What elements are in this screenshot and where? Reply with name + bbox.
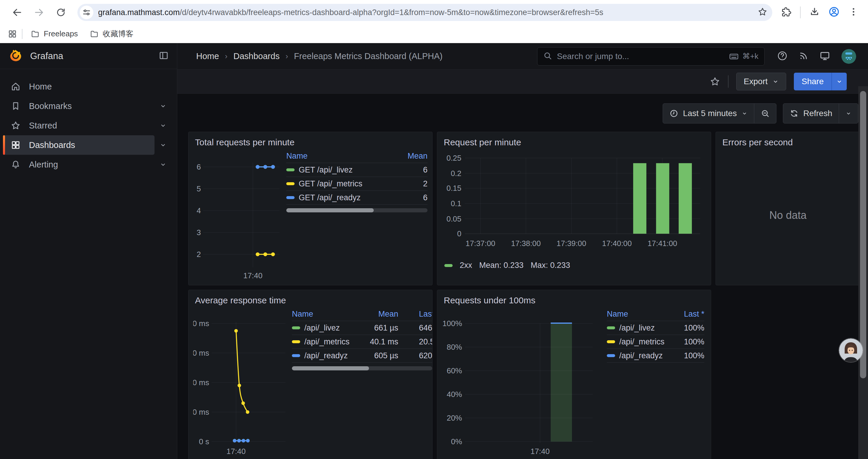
legend-value: 6: [389, 193, 428, 202]
panel-title[interactable]: Request per minute: [442, 136, 706, 149]
legend-row[interactable]: /api/_readyz100%: [607, 349, 704, 363]
legend-row[interactable]: 2xx Mean: 0.233 Max: 0.233: [442, 259, 706, 270]
series-point: [242, 439, 245, 442]
legend-column-header[interactable]: Last *: [672, 309, 704, 319]
sidebar-link-dashboards[interactable]: Dashboards: [3, 135, 155, 155]
legend-column-header[interactable]: Mean: [389, 152, 428, 161]
series-color-pill: [607, 326, 615, 329]
sidebar-link-alerting[interactable]: Alerting: [3, 155, 155, 174]
url-text[interactable]: grafana.mathmast.com/d/deytv4rwavabkb/fr…: [98, 8, 754, 17]
line-chart-average-response-time[interactable]: 80 ms60 ms40 ms20 ms0 s17:40: [193, 307, 288, 456]
legend-hscrollbar[interactable]: [286, 208, 428, 212]
legend-column-header[interactable]: Mean: [363, 309, 398, 319]
favorite-star-icon[interactable]: [710, 76, 720, 87]
bar-chart-request-per-minute[interactable]: 0.250.20.150.10.05017:37:0017:38:0017:39…: [442, 149, 706, 255]
legend-value: 2: [389, 179, 428, 189]
no-data-message: No data: [720, 149, 855, 282]
legend-column-header[interactable]: Name: [607, 309, 672, 319]
legend-row[interactable]: GET /api/_metrics2: [286, 177, 428, 191]
legend-row[interactable]: GET /api/_livez6: [286, 163, 428, 177]
breadcrumb-separator: ›: [285, 52, 288, 61]
url-bar[interactable]: grafana.mathmast.com/d/deytv4rwavabkb/fr…: [78, 4, 772, 21]
legend-row[interactable]: /api/_livez100%: [607, 321, 704, 335]
menu-dots-icon[interactable]: [848, 7, 859, 18]
sidebar-link-starred[interactable]: Starred: [3, 116, 155, 135]
x-tick-label: 17:39:00: [557, 239, 586, 248]
bookmark-folder-blogs[interactable]: 收藏博客: [86, 27, 137, 41]
series-color-pill: [286, 168, 294, 171]
breadcrumb-dashboards[interactable]: Dashboards: [234, 52, 279, 61]
time-range-picker[interactable]: Last 5 minutes: [663, 104, 754, 123]
legend-hscrollbar[interactable]: [292, 366, 432, 370]
panel-requests-under-100ms: Requests under 100ms 100%80%60%40%20%0%1…: [437, 290, 711, 459]
bookmark-star-icon[interactable]: [757, 7, 768, 18]
share-button[interactable]: Share: [794, 73, 847, 90]
panel-title[interactable]: Total requests per minute: [193, 136, 428, 149]
kiosk-monitor-icon[interactable]: [819, 51, 830, 62]
news-rss-icon[interactable]: [799, 51, 808, 62]
sidebar-item-home: Home: [0, 77, 177, 96]
chevron-down-icon[interactable]: [155, 122, 172, 129]
bookmark-folder-freeleaps[interactable]: Freeleaps: [27, 28, 82, 40]
dock-menu-icon[interactable]: [159, 51, 169, 62]
bookmark-icon: [11, 101, 21, 111]
toolbar-divider: [728, 75, 728, 88]
series-point: [238, 384, 241, 387]
header-icons: [777, 49, 856, 64]
series-mean: Mean: 0.233: [479, 261, 524, 270]
y-tick-label: 0: [457, 230, 461, 238]
legend-row[interactable]: /api/_readyz605 µs620 µs: [292, 349, 432, 363]
panel-title[interactable]: Average response time: [193, 294, 428, 307]
breadcrumb-home[interactable]: Home: [196, 52, 219, 61]
downloads-icon[interactable]: [809, 7, 819, 18]
time-picker-group: Last 5 minutes: [663, 103, 776, 124]
legend-row[interactable]: /api/_livez661 µs646 µs: [292, 321, 432, 335]
page-scrollbar[interactable]: [858, 86, 868, 459]
url-domain: grafana.mathmast.com: [98, 8, 180, 17]
user-avatar[interactable]: [841, 49, 856, 64]
legend-column-header[interactable]: Last *: [398, 309, 432, 319]
sidebar-link-bookmarks[interactable]: Bookmarks: [3, 96, 155, 116]
breadcrumb-current: Freeleaps Metrics Dashboard (ALPHA): [294, 52, 442, 61]
search-input[interactable]: Search or jump to... ⌘+k: [537, 47, 765, 66]
export-button[interactable]: Export: [736, 73, 786, 90]
share-dropdown[interactable]: [831, 73, 847, 90]
y-tick-label: 40%: [447, 390, 462, 399]
extensions-icon[interactable]: [781, 7, 791, 18]
bell-icon: [11, 160, 21, 169]
legend-row[interactable]: /api/_metrics100%: [607, 335, 704, 349]
legend-column-header[interactable]: Name: [292, 309, 363, 319]
bar-chart-requests-under-100ms[interactable]: 100%80%60%40%20%0%17:40: [442, 307, 596, 456]
site-settings-icon[interactable]: [80, 6, 93, 19]
chevron-down-icon[interactable]: [155, 102, 172, 109]
help-icon[interactable]: [777, 51, 788, 62]
refresh-interval-dropdown[interactable]: [839, 104, 858, 123]
chevron-down-icon: [742, 110, 747, 117]
legend-row[interactable]: /api/_metrics40.1 ms20.5 ms: [292, 335, 432, 349]
chevron-down-icon[interactable]: [155, 141, 172, 149]
panel-title[interactable]: Errors per second: [720, 136, 855, 149]
panel-title[interactable]: Requests under 100ms: [442, 294, 706, 307]
series-point: [264, 253, 267, 256]
line-chart-total-requests[interactable]: 6543217:40: [193, 149, 282, 282]
series-name: GET /api/_readyz: [299, 193, 361, 202]
sidebar-link-home[interactable]: Home: [3, 77, 172, 96]
legend-row[interactable]: GET /api/_readyz6: [286, 191, 428, 205]
series-name: /api/_readyz: [304, 351, 348, 360]
zoom-out-button[interactable]: [754, 104, 776, 123]
grafana-logo[interactable]: [9, 49, 23, 64]
forward-icon[interactable]: [30, 3, 49, 22]
scrollbar-thumb[interactable]: [860, 91, 866, 379]
profile-icon[interactable]: [829, 6, 840, 19]
assistant-avatar[interactable]: [839, 338, 863, 362]
apps-grid-icon[interactable]: [8, 29, 17, 39]
back-icon[interactable]: [8, 3, 27, 22]
y-tick-label: 40 ms: [193, 378, 209, 387]
reload-icon[interactable]: [52, 3, 70, 22]
refresh-button[interactable]: Refresh: [783, 104, 839, 123]
sidebar-item-label: Starred: [29, 121, 57, 131]
bookmarks-bar: Freeleaps 收藏博客: [0, 25, 868, 43]
y-tick-label: 0.15: [446, 184, 461, 192]
legend-column-header[interactable]: Name: [286, 152, 389, 161]
chevron-down-icon[interactable]: [155, 161, 172, 168]
